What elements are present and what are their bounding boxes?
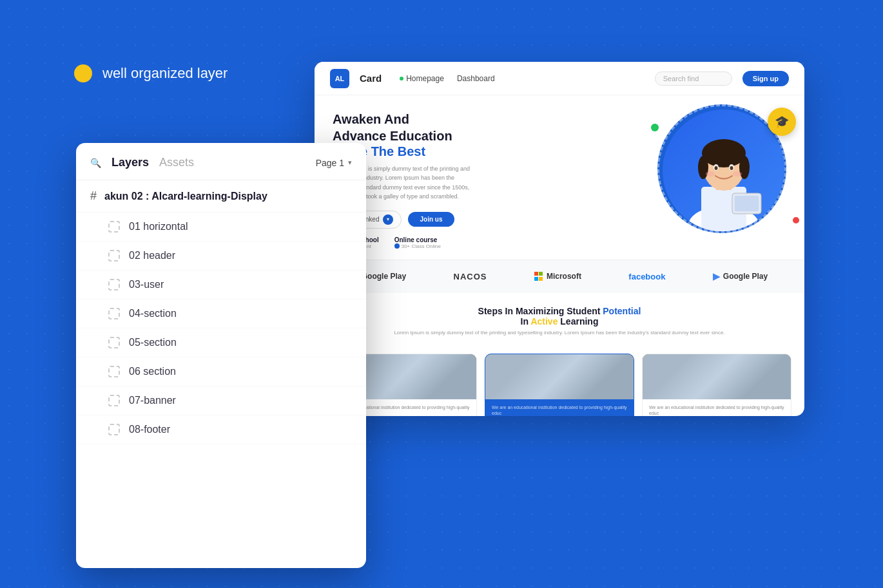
card-img-2: [485, 354, 634, 399]
layer-name-0: 01 horizontal: [129, 221, 188, 232]
frame-name: akun 02 : Alcard-learning-Display: [104, 191, 267, 202]
brands-strip: ▶ Google Play NACOS Microsoft facebook ▶…: [315, 260, 804, 293]
layer-name-6: 07-banner: [129, 395, 176, 406]
stat-online: Online course 30+ Class Online: [394, 236, 441, 249]
edu-badge: 🎓: [768, 108, 796, 136]
signup-button[interactable]: Sign up: [742, 71, 789, 86]
nav-links: Homepage Dashboard: [400, 74, 644, 83]
join-button[interactable]: Join us: [408, 212, 454, 227]
nav-link-homepage: Homepage: [400, 74, 444, 83]
card-body-2: We are an educational institution dedica…: [485, 399, 634, 416]
cards-row: We are an educational institution dedica…: [315, 347, 804, 416]
layer-item-4[interactable]: 05-section: [76, 328, 366, 357]
layer-name-5: 06 section: [129, 366, 176, 377]
top-label-text: well organized layer: [102, 65, 228, 82]
stat-online-value: 30+ Class Online: [394, 243, 441, 249]
hero-stats: Al Card School 45K+ Student Online cours…: [333, 236, 632, 249]
hero-circle: [657, 104, 786, 233]
svg-point-12: [733, 171, 742, 176]
tab-assets[interactable]: Assets: [159, 156, 194, 169]
nav-dot-icon: [400, 77, 403, 81]
layer-item-7[interactable]: 08-footer: [76, 415, 366, 444]
card-img-3: [643, 354, 791, 399]
hero-actions: School linked ▾ Join us: [333, 211, 632, 229]
nav-logo: AL: [330, 69, 349, 88]
yellow-dot-icon: [74, 64, 92, 82]
gplay-icon-2: ▶: [713, 271, 720, 281]
preview-hero: Awaken And Advance Education To Be The B…: [315, 95, 804, 260]
svg-point-11: [706, 171, 715, 176]
hero-title-line1: Awaken And: [333, 111, 632, 128]
layer-selection-icon: [108, 221, 120, 232]
svg-rect-14: [735, 196, 759, 211]
frame-hash-icon: #: [90, 189, 97, 203]
layers-panel-header: 🔍 Layers Assets Page 1 ▾: [76, 143, 366, 180]
brand-microsoft: Microsoft: [534, 272, 581, 281]
svg-point-9: [715, 166, 718, 170]
hero-image-area: 🎓: [645, 111, 786, 249]
red-dot-icon: [793, 217, 799, 223]
layers-panel: 🔍 Layers Assets Page 1 ▾ # akun 02 : Alc…: [76, 143, 366, 568]
layer-name-4: 05-section: [129, 337, 177, 348]
hero-circle-inner: [663, 109, 785, 232]
brand-nacos: NACOS: [454, 272, 487, 281]
green-dot-icon: [651, 124, 659, 131]
preview-card: AL Card Homepage Dashboard Search find S…: [315, 62, 804, 416]
preview-navbar: AL Card Homepage Dashboard Search find S…: [315, 62, 804, 95]
steps-section: Steps In Maximizing Student Potential In…: [315, 293, 804, 347]
tab-layers[interactable]: Layers: [112, 156, 149, 169]
layer-item-3[interactable]: 04-section: [76, 299, 366, 328]
layer-item-0[interactable]: 01 horizontal: [76, 213, 366, 242]
dropdown-chevron-icon: ▾: [383, 214, 393, 225]
hero-text: Awaken And Advance Education To Be The B…: [333, 111, 645, 249]
girl-illustration: [663, 109, 785, 232]
stat-icon-2: [394, 243, 400, 249]
layer-item-5[interactable]: 06 section: [76, 357, 366, 386]
svg-point-5: [698, 156, 708, 179]
layer-selection-icon-3: [108, 308, 120, 319]
layer-name-1: 02 header: [129, 250, 175, 261]
layer-selection-icon-4: [108, 337, 120, 348]
brand-facebook: facebook: [628, 272, 665, 281]
microsoft-icon: [534, 272, 543, 281]
steps-title: Steps In Maximizing Student Potential In…: [333, 306, 786, 327]
layer-selection-icon-1: [108, 250, 120, 261]
nav-brand: Card: [360, 73, 382, 84]
layer-selection-icon-6: [108, 395, 120, 406]
layer-selection-icon-2: [108, 279, 120, 290]
search-icon[interactable]: 🔍: [90, 158, 101, 168]
layers-list: 01 horizontal 02 header 03-user 04-secti…: [76, 213, 366, 444]
nav-search[interactable]: Search find: [655, 71, 732, 86]
nav-link-dashboard: Dashboard: [457, 74, 495, 83]
card-body-3: We are an educational institution dedica…: [643, 399, 791, 416]
layer-selection-icon-7: [108, 424, 120, 435]
layer-item-1[interactable]: 02 header: [76, 242, 366, 270]
svg-point-6: [739, 156, 750, 179]
frame-row: # akun 02 : Alcard-learning-Display: [76, 180, 366, 213]
layer-name-7: 08-footer: [129, 424, 170, 435]
layer-name-3: 04-section: [129, 308, 177, 319]
page-selector[interactable]: Page 1 ▾: [316, 158, 352, 168]
hero-title-line2: Advance Education: [333, 128, 632, 144]
layer-item-6[interactable]: 07-banner: [76, 386, 366, 415]
svg-point-10: [730, 166, 733, 170]
svg-point-4: [702, 139, 746, 167]
edu-card-3: We are an educational institution dedica…: [642, 354, 791, 416]
chevron-down-icon: ▾: [348, 158, 352, 167]
steps-description: Lorem Ipsum is simply dummy text of the …: [333, 329, 786, 337]
layer-name-2: 03-user: [129, 279, 164, 290]
layer-item-2[interactable]: 03-user: [76, 270, 366, 299]
hero-title-line3: To Be The Best: [333, 144, 632, 159]
edu-card-2-featured: We are an educational institution dedica…: [485, 354, 634, 416]
layer-selection-icon-5: [108, 366, 120, 377]
top-label-container: well organized layer: [74, 64, 228, 82]
brand-google-play-2: ▶ Google Play: [713, 271, 768, 281]
